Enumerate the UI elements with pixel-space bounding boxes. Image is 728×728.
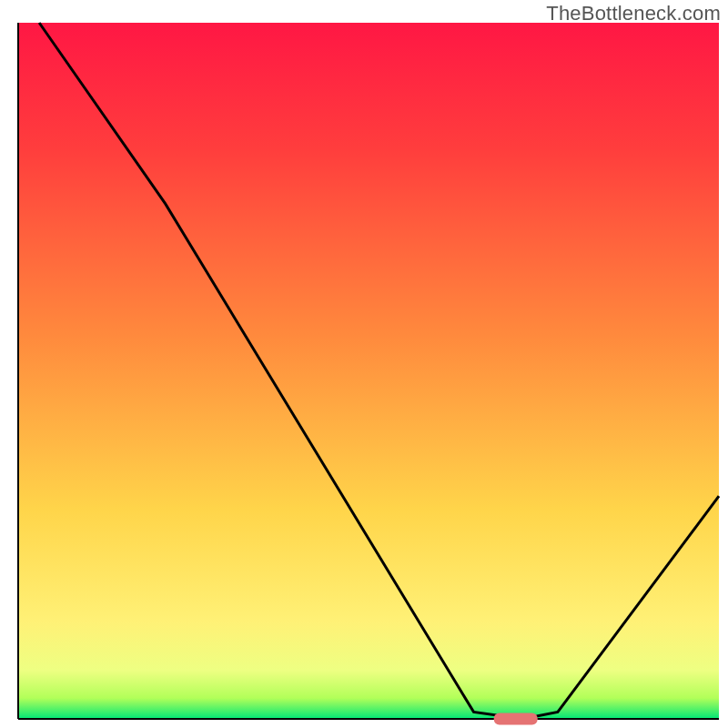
- optimal-marker: [494, 713, 538, 725]
- watermark-text: TheBottleneck.com: [546, 2, 721, 25]
- bottleneck-chart: TheBottleneck.com: [0, 0, 728, 728]
- chart-svg: [0, 0, 728, 728]
- gradient-background: [18, 23, 719, 719]
